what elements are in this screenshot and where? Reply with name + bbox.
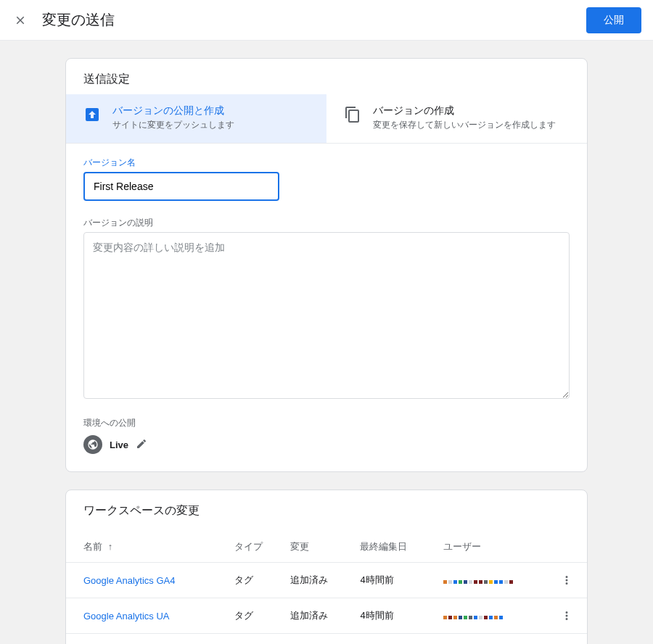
close-icon[interactable] [12,12,29,29]
option-desc: 変更を保存して新しいバージョンを作成します [373,119,556,131]
publish-button[interactable]: 公開 [586,7,642,33]
publish-env-label: 環境への公開 [83,417,570,429]
env-name: Live [110,439,128,450]
row-user [438,598,552,634]
option-publish-and-create[interactable]: バージョンの公開と作成 サイトに変更をプッシュします [66,94,326,143]
changes-table: 名前 ↑ タイプ 変更 最終編集日 ユーザー Google Analytics … [66,532,587,644]
more-vert-icon[interactable] [558,571,575,589]
option-title: バージョンの公開と作成 [112,104,234,117]
row-type: タグ [229,598,285,634]
col-last-edited[interactable]: 最終編集日 [354,532,437,563]
row-change: 追加済み [284,563,354,598]
row-name[interactable]: Google Analytics GA4 [66,563,229,598]
col-type[interactable]: タイプ [229,532,285,563]
col-change[interactable]: 変更 [284,532,354,563]
row-change: 追加済み [284,634,354,645]
pencil-icon[interactable] [136,438,149,451]
row-type: 変数 [229,634,285,645]
option-title: バージョンの作成 [373,104,556,117]
table-row: Google Analytics UAタグ追加済み4時間前 [66,598,587,634]
arrow-up-icon: ↑ [108,541,113,552]
version-name-input[interactable] [83,172,279,201]
row-name[interactable]: UA設定 [66,634,229,645]
row-change: 追加済み [284,598,354,634]
row-last-edited: 4時間前 [354,634,437,645]
dialog-title: 変更の送信 [42,10,586,30]
more-vert-icon[interactable] [558,607,575,624]
submission-options: バージョンの公開と作成 サイトに変更をプッシュします バージョンの作成 変更を保… [66,94,587,144]
submission-section-title: 送信設定 [66,59,587,94]
dialog-header: 変更の送信 公開 [0,0,653,41]
globe-icon [83,435,102,454]
row-type: タグ [229,563,285,598]
version-desc-textarea[interactable] [83,232,570,399]
col-user[interactable]: ユーザー [438,532,552,563]
row-user [438,563,552,598]
version-name-label: バージョン名 [83,157,570,169]
workspace-changes-title: ワークスペースの変更 [66,490,587,532]
row-name[interactable]: Google Analytics UA [66,598,229,634]
workspace-changes-card: ワークスペースの変更 名前 ↑ タイプ 変更 最終編集日 ユーザー Google… [65,490,588,644]
col-name[interactable]: 名前 ↑ [66,532,229,563]
submission-card: 送信設定 バージョンの公開と作成 サイトに変更をプッシュします バージョンの作成… [65,58,588,472]
row-user [438,634,552,645]
row-last-edited: 4時間前 [354,598,437,634]
upload-icon [83,106,101,123]
version-desc-label: バージョンの説明 [83,217,570,229]
copy-icon [344,106,361,123]
table-row: UA設定変数追加済み4時間前 [66,634,587,645]
row-last-edited: 4時間前 [354,563,437,598]
option-create-version[interactable]: バージョンの作成 変更を保存して新しいバージョンを作成します [326,94,587,143]
option-desc: サイトに変更をプッシュします [112,119,234,131]
table-row: Google Analytics GA4タグ追加済み4時間前 [66,563,587,598]
